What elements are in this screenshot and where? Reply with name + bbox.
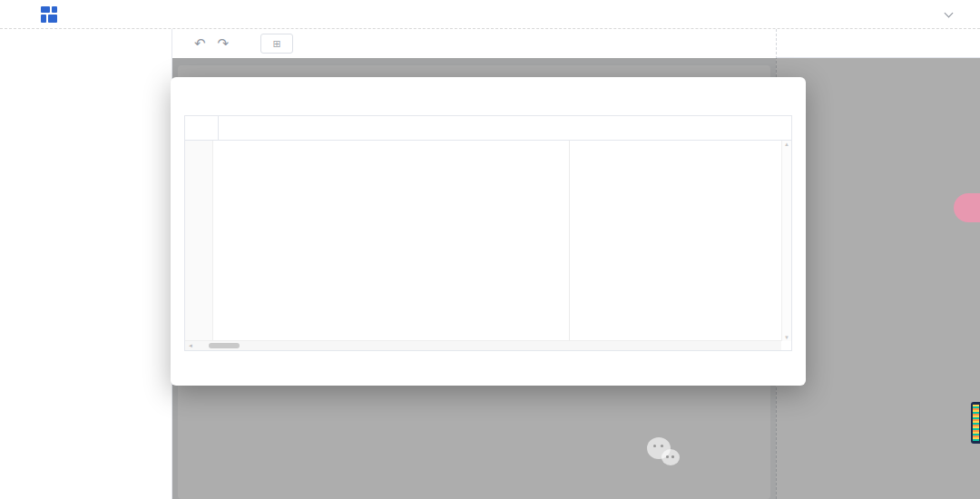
- node-tree-button[interactable]: ⊞: [260, 34, 293, 54]
- code-editor-lines[interactable]: [213, 141, 791, 350]
- redo-button[interactable]: ↷: [218, 35, 230, 52]
- equalizer-icon: [973, 405, 979, 441]
- export-code-dialog: ▲▼ ◄: [171, 77, 806, 386]
- undo-button[interactable]: ↶: [194, 35, 206, 52]
- tab-html[interactable]: [219, 116, 251, 140]
- dialog-header: [171, 77, 806, 115]
- designer-toolbar: ↶ ↷ ⊞: [172, 29, 776, 58]
- vertical-scrollbar[interactable]: ▲▼: [781, 141, 791, 341]
- translate-fab[interactable]: [954, 193, 980, 222]
- chevron-down-icon: [945, 8, 954, 17]
- dialog-footer: [184, 351, 792, 362]
- app-header: [0, 0, 980, 29]
- settings-tabs: [777, 29, 980, 58]
- column-ruler: [569, 141, 570, 341]
- code-tabs: [184, 115, 792, 140]
- scroll-left-arrow[interactable]: ◄: [188, 341, 193, 350]
- horizontal-scrollbar[interactable]: ◄: [185, 340, 781, 350]
- tab-vue[interactable]: [185, 116, 219, 140]
- line-number-gutter: [185, 141, 213, 350]
- vform-logo-icon: [41, 6, 57, 23]
- dialog-body: ▲▼ ◄: [171, 115, 806, 362]
- language-selector[interactable]: [942, 13, 952, 16]
- extension-fab[interactable]: [971, 402, 980, 444]
- code-editor[interactable]: ▲▼ ◄: [184, 140, 792, 351]
- scrollbar-thumb[interactable]: [209, 343, 240, 348]
- vform-designer-app: ↶ ↷ ⊞: [0, 0, 980, 499]
- widget-sidebar: [0, 29, 172, 499]
- header-nav: [942, 13, 965, 16]
